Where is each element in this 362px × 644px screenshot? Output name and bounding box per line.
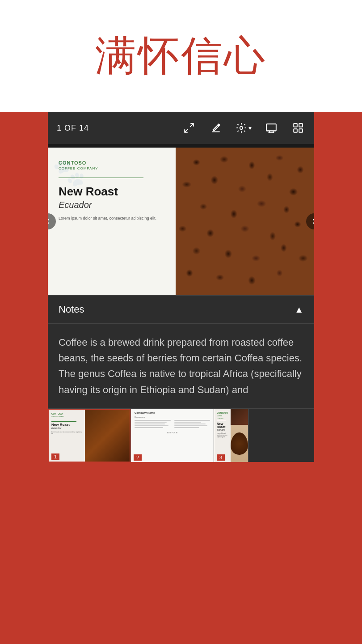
thumbnail-strip: CONTOSOCOFFEE COMPANY New Roast Ecuador … xyxy=(48,408,314,462)
thumb1-right xyxy=(85,410,130,462)
thumb1-title: New Roast xyxy=(51,423,82,427)
svg-rect-4 xyxy=(266,124,276,131)
thumb2-number: 2 xyxy=(134,454,142,461)
thumb2-header: Company Name xyxy=(135,411,210,414)
slide-separator xyxy=(48,144,314,148)
slide-left: 🐾 CONTOSO COFFEE COMPANY New Roast Ecuad… xyxy=(48,148,176,295)
slide-watermark: 🐾 xyxy=(52,157,86,188)
thumbnail-3[interactable]: CONTOSOCOFFEE COMPANY New Roast Sumatra … xyxy=(214,409,248,462)
svg-point-3 xyxy=(240,127,243,130)
present-icon[interactable] xyxy=(264,121,278,135)
thumb3-subtitle: Sumatra xyxy=(217,428,228,431)
svg-rect-9 xyxy=(294,123,297,127)
top-section: 满怀信心 xyxy=(0,0,362,112)
page-wrapper: 满怀信心 1 OF 14 xyxy=(0,0,362,644)
notes-label: Notes xyxy=(59,304,84,315)
svg-rect-11 xyxy=(294,129,297,132)
chinese-title: 满怀信心 xyxy=(95,28,267,84)
thumb1-brand: CONTOSOCOFFEE COMPANY xyxy=(51,412,82,418)
thumb2-subtitle: Comparisons xyxy=(135,416,210,418)
notes-body: Coffee is a brewed drink prepared from r… xyxy=(48,324,314,408)
presentation-card: 1 OF 14 xyxy=(48,112,314,462)
thumb2-content: Company Name Comparisons xyxy=(131,409,214,462)
thumb1-content: CONTOSOCOFFEE COMPANY New Roast Ecuador … xyxy=(49,410,130,462)
thumb3-number: 3 xyxy=(217,454,225,461)
svg-line-1 xyxy=(185,129,188,132)
thumb1-subtitle: Ecuador xyxy=(51,427,82,429)
slide-counter: 1 OF 14 xyxy=(57,123,89,133)
thumb3-desc: Lorem dolor sit amet, consectetur adipis… xyxy=(217,432,228,438)
thumb1-number: 1 xyxy=(51,453,59,460)
slide-content: 🐾 CONTOSO COFFEE COMPANY New Roast Ecuad… xyxy=(48,148,314,295)
notes-section: Notes ▲ Coffee is a brewed drink prepare… xyxy=(48,295,314,408)
expand-icon[interactable] xyxy=(182,121,196,135)
toolbar: 1 OF 14 xyxy=(48,112,314,144)
edit-icon[interactable] xyxy=(209,121,223,135)
grid-icon[interactable] xyxy=(291,121,305,135)
thumb-sep-3 xyxy=(248,409,248,462)
slide-description: Lorem ipsum dolor sit amet, consectetur … xyxy=(59,216,165,222)
coffee-beans-texture xyxy=(176,148,314,295)
settings-icon[interactable]: ▾ xyxy=(236,121,252,135)
thumb3-right xyxy=(231,409,248,462)
thumb3-title: New Roast xyxy=(217,422,228,428)
notes-header[interactable]: Notes ▲ xyxy=(48,295,314,324)
thumb2-lines xyxy=(135,420,210,429)
notes-chevron-icon[interactable]: ▲ xyxy=(295,305,303,315)
svg-rect-10 xyxy=(299,123,303,127)
thumbnail-1[interactable]: CONTOSOCOFFEE COMPANY New Roast Ecuador … xyxy=(48,409,130,462)
slide-subtitle: Ecuador xyxy=(59,200,165,210)
notes-text: Coffee is a brewed drink prepared from r… xyxy=(59,335,303,398)
slide-viewer[interactable]: 🐾 CONTOSO COFFEE COMPANY New Roast Ecuad… xyxy=(48,148,314,295)
thumbnail-2[interactable]: Company Name Comparisons xyxy=(131,409,214,462)
svg-rect-12 xyxy=(299,129,303,132)
slide-right-image xyxy=(176,148,314,295)
thumb1-line xyxy=(51,421,76,422)
svg-line-0 xyxy=(190,123,194,127)
